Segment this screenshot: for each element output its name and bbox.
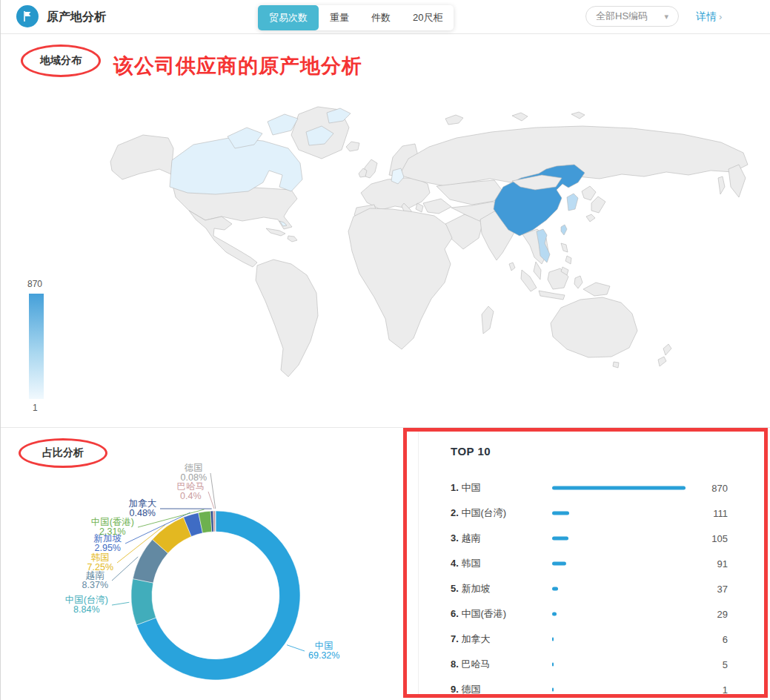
donut-label: 德国0.08% [181, 463, 207, 483]
metric-tab[interactable]: 20尺柜 [402, 5, 454, 30]
donut-label: 巴哈马0.4% [177, 482, 205, 501]
top10-row-name: 4. 韩国 [451, 557, 480, 570]
metric-tab[interactable]: 件数 [360, 5, 402, 30]
top10-row: 7. 加拿大6 [419, 627, 769, 652]
page-title: 原产地分析 [47, 10, 106, 25]
origin-analysis-page: 原产地分析 贸易次数重量件数20尺柜 全部HS编码 ▾ 详情› 地域分布 该公司… [0, 0, 770, 700]
top10-row-bar [552, 638, 554, 641]
top10-row-value: 29 [717, 609, 728, 620]
share-badge-label: 占比分析 [42, 446, 84, 460]
donut-label: 中国(台湾)8.84% [65, 595, 108, 615]
top10-row-name: 2. 中国(台湾) [451, 506, 506, 520]
donut-label: 中国(香港)2.31% [91, 518, 134, 537]
metric-tab[interactable]: 贸易次数 [258, 5, 319, 30]
top10-row-name: 7. 加拿大 [451, 633, 490, 646]
chevron-down-icon: ▾ [664, 12, 668, 22]
top10-row-value: 6 [723, 634, 728, 645]
top10-row-name: 9. 德国 [451, 683, 480, 696]
region-malay [534, 262, 541, 280]
donut-label-line [287, 645, 305, 651]
top10-row: 8. 巴哈马5 [419, 652, 769, 677]
top10-row-bar [552, 587, 558, 591]
region-badge: 地域分布 [21, 44, 101, 77]
donut-svg [16, 428, 416, 700]
top10-row: 4. 韩国91 [419, 551, 769, 576]
island-cuba [266, 228, 285, 236]
island-new-guinea [583, 283, 610, 296]
country-turkey [423, 199, 451, 214]
island-sakhalin [718, 176, 725, 194]
metric-tabs: 贸易次数重量件数20尺柜 [258, 5, 454, 30]
islands-arctic [445, 112, 585, 125]
top10-row-value: 91 [717, 558, 728, 569]
top10-row-bar [552, 512, 569, 515]
island-madagascar [482, 306, 494, 334]
region-kamchatka [728, 165, 746, 197]
top10-row-name: 5. 新加坡 [451, 582, 490, 595]
region-balkans [416, 203, 423, 212]
top10-row-name: 6. 中国(香港) [451, 607, 506, 621]
country-uk [365, 159, 377, 178]
app-logo [16, 5, 39, 27]
island-sulawesi [574, 276, 583, 288]
top10-row-bar [552, 562, 566, 566]
donut-label-line [112, 602, 129, 605]
country-taiwan[interactable] [561, 225, 567, 235]
top10-row-value: 111 [713, 508, 728, 519]
world-map-chart[interactable] [97, 104, 768, 394]
island-srilanka [509, 262, 515, 271]
country-south-korea[interactable] [567, 194, 578, 211]
top10-row: 6. 中国(香港)29 [419, 601, 769, 627]
top10-row: 5. 新加坡37 [419, 576, 769, 601]
island-hispaniola [288, 236, 297, 242]
hs-code-select[interactable]: 全部HS编码 ▾ [585, 6, 679, 27]
detail-link[interactable]: 详情› [696, 10, 722, 24]
share-badge: 占比分析 [19, 438, 107, 468]
country-philippines [561, 243, 571, 275]
top10-row: 1. 中国870 [419, 475, 769, 501]
top10-row-bar [552, 612, 557, 616]
donut-chart[interactable]: 中国69.32%中国(台湾)8.84%越南8.37%韩国7.25%新加坡2.95… [16, 428, 416, 700]
top10-row-bar [552, 486, 686, 490]
top10-row: 2. 中国(台湾)111 [419, 501, 769, 526]
chevron-right-icon: › [719, 11, 722, 22]
top10-row-value: 105 [711, 533, 728, 544]
country-africa [348, 208, 452, 349]
top10-row-value: 870 [711, 483, 728, 494]
red-annotation-text: 该公司供应商的原产地分析 [113, 53, 362, 79]
top10-row-bar [552, 663, 554, 667]
country-new-zealand [658, 344, 671, 366]
donut-slice[interactable] [215, 511, 216, 532]
top10-row: 9. 德国1 [419, 677, 769, 700]
top10-row-value: 1 [723, 684, 728, 696]
country-south-america [256, 260, 318, 377]
top10-title: TOP 10 [451, 445, 491, 458]
top10-row-name: 3. 越南 [451, 532, 480, 545]
legend-gradient-bar [29, 294, 44, 399]
metric-tab[interactable]: 重量 [319, 5, 360, 30]
world-map-svg [97, 104, 768, 394]
country-ireland [359, 168, 367, 177]
donut-label: 韩国7.25% [87, 553, 113, 572]
donut-label: 中国69.32% [308, 641, 339, 661]
region-badge-label: 地域分布 [40, 54, 82, 67]
island-tasmania [613, 362, 619, 368]
top10-row-bar [552, 688, 554, 692]
header: 原产地分析 贸易次数重量件数20尺柜 全部HS编码 ▾ 详情› [1, 0, 770, 34]
country-alaska [110, 135, 173, 179]
top10-row: 3. 越南105 [419, 526, 769, 551]
legend-max-value: 870 [27, 279, 56, 289]
donut-label-line [210, 473, 216, 509]
top10-row-value: 5 [723, 659, 728, 670]
donut-slice[interactable] [131, 579, 156, 625]
country-australia [551, 297, 637, 357]
island-sumatra [521, 270, 537, 291]
hs-code-value: 全部HS编码 [596, 10, 648, 23]
map-legend: 870 1 [26, 279, 56, 413]
legend-min-value: 1 [33, 403, 56, 413]
top10-row-value: 37 [717, 584, 728, 595]
top10-row-name: 1. 中国 [451, 481, 480, 495]
donut-label: 加拿大0.48% [129, 499, 157, 518]
island-java [539, 291, 565, 300]
country-iceland [346, 142, 359, 151]
